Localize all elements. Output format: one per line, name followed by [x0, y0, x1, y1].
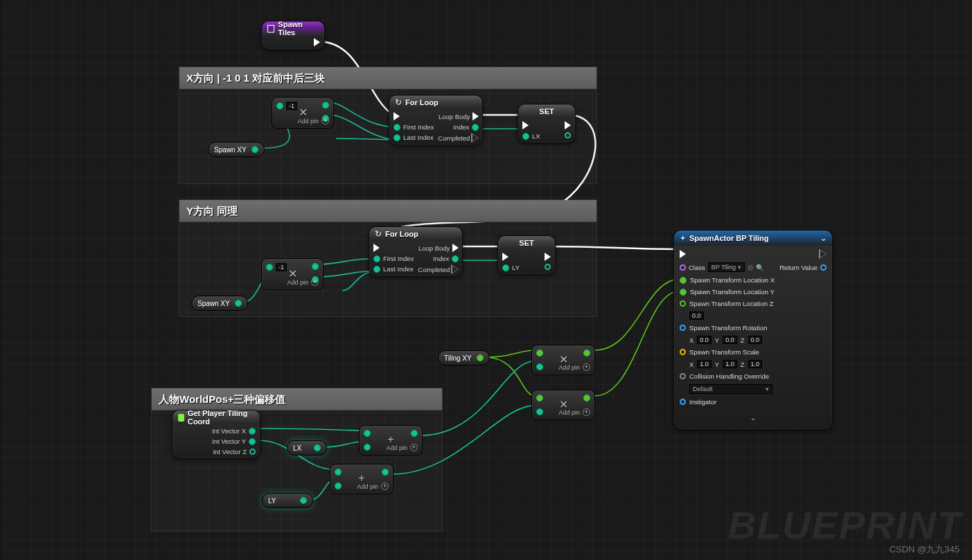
exec-out[interactable]: [820, 250, 827, 258]
var-spawnxy-label: Spawn XY: [214, 146, 247, 154]
pin-last[interactable]: [394, 134, 400, 141]
exec-in[interactable]: [522, 121, 529, 129]
val-sx[interactable]: 1.0: [697, 360, 712, 368]
node-makearray-y[interactable]: -1 ✕ Add pin+: [261, 258, 324, 290]
var-tilingxy[interactable]: Tiling XY: [438, 350, 490, 365]
addpin-icon[interactable]: +: [583, 363, 590, 371]
pin-instigator[interactable]: [680, 399, 686, 405]
val-sz[interactable]: 1.0: [748, 360, 763, 368]
pin-locz[interactable]: [680, 300, 686, 307]
exec-in[interactable]: [394, 112, 400, 120]
var-spawnxy-y[interactable]: Spawn XY: [191, 296, 248, 311]
exec-out[interactable]: [545, 253, 551, 261]
chevron-down-icon[interactable]: ⌄: [680, 413, 827, 422]
pin-out-1[interactable]: [312, 263, 319, 270]
pin-out[interactable]: [545, 264, 551, 270]
pin-out-1[interactable]: [322, 102, 329, 109]
addpin-icon[interactable]: +: [321, 117, 329, 125]
var-spawnxy-x[interactable]: Spawn XY: [208, 142, 265, 157]
expand-icon[interactable]: ⌄: [820, 234, 827, 243]
node-get-player-tiling[interactable]: Get Player Tiling Coord Int Vector X Int…: [172, 410, 260, 459]
comment-x-title[interactable]: X方向 | -1 0 1 对应前中后三块: [179, 67, 597, 89]
var-lx[interactable]: LX: [287, 440, 327, 455]
val-sy[interactable]: 1.0: [723, 360, 737, 368]
node-set-lx[interactable]: SET LX: [518, 104, 576, 143]
comment-y-title[interactable]: Y方向 同理: [179, 200, 597, 222]
pin-out[interactable]: [565, 132, 571, 138]
addpin-icon[interactable]: +: [381, 482, 389, 490]
exec-body[interactable]: [472, 112, 479, 120]
find-icon[interactable]: 🔍: [756, 264, 764, 271]
exec-in[interactable]: [373, 244, 380, 252]
pin-in-a[interactable]: [335, 469, 342, 476]
pin-out[interactable]: [583, 350, 590, 356]
exec-completed[interactable]: [452, 265, 459, 273]
pin-in[interactable]: [266, 264, 273, 271]
node-forloop-x[interactable]: ↻ For Loop First Index Last Index Loop B…: [389, 95, 483, 145]
pin-in-a[interactable]: [536, 350, 543, 356]
node-set-ly[interactable]: SET LY: [497, 235, 556, 275]
exec-body[interactable]: [452, 244, 459, 252]
node-makearray-x[interactable]: -1 ✕ Add pin+: [272, 97, 334, 129]
pin-in-a[interactable]: [364, 430, 371, 437]
node-add-1[interactable]: + Add pin+: [359, 425, 423, 455]
exec-in[interactable]: [680, 250, 686, 258]
pin-in-b[interactable]: [536, 363, 543, 370]
pin-last[interactable]: [373, 266, 380, 273]
node-add-2[interactable]: + Add pin+: [330, 464, 394, 494]
pin-class[interactable]: [680, 264, 686, 271]
coll-dropdown[interactable]: Default▾: [689, 384, 772, 394]
comment-w-title[interactable]: 人物WorldPos+三种偏移值: [152, 388, 442, 410]
addpin-icon[interactable]: +: [583, 408, 590, 416]
val-rx[interactable]: 0.0: [697, 336, 712, 344]
val-neg1[interactable]: -1: [286, 102, 297, 110]
exec-in[interactable]: [502, 253, 509, 261]
pin-first[interactable]: [373, 255, 380, 262]
pin-in-a[interactable]: [536, 395, 543, 401]
val-neg1[interactable]: -1: [276, 263, 287, 271]
class-dropdown[interactable]: BP Tiling ▾: [708, 262, 745, 272]
pin-ivz[interactable]: [249, 449, 256, 455]
pin-out[interactable]: [411, 430, 418, 437]
pin-ivy[interactable]: [249, 438, 256, 445]
pin-in-b[interactable]: [364, 444, 371, 451]
pin-index[interactable]: [472, 124, 479, 131]
pin-ly[interactable]: [502, 264, 509, 271]
var-ly[interactable]: LY: [262, 493, 313, 508]
node-multiply-1[interactable]: ✕ Add pin+: [531, 345, 595, 375]
val-ry[interactable]: 0.0: [723, 336, 737, 344]
pin-retval[interactable]: [820, 264, 827, 271]
node-spawn-tiles[interactable]: Spawn Tiles: [261, 21, 325, 50]
pin-in-b[interactable]: [335, 482, 342, 489]
pin-out[interactable]: [583, 395, 590, 401]
pin-out[interactable]: [477, 354, 484, 361]
pin-out[interactable]: [235, 300, 242, 307]
exec-out[interactable]: [314, 38, 320, 46]
exec-out[interactable]: [565, 121, 571, 129]
pin-rot[interactable]: [680, 325, 686, 331]
pin-in[interactable]: [276, 102, 283, 109]
val-rz[interactable]: 0.0: [748, 336, 763, 344]
addpin-icon[interactable]: +: [311, 278, 319, 286]
pin-first[interactable]: [394, 124, 400, 131]
pin-ivx[interactable]: [249, 428, 256, 435]
exec-completed[interactable]: [472, 134, 479, 142]
addpin-icon[interactable]: +: [410, 444, 418, 451]
pin-locx[interactable]: [680, 277, 687, 284]
pin-index[interactable]: [452, 255, 459, 262]
val-locz[interactable]: 0.0: [689, 311, 704, 320]
node-forloop-y[interactable]: ↻ For Loop First Index Last Index Loop B…: [369, 226, 463, 277]
pin-in-b[interactable]: [536, 408, 543, 415]
lbl-retval: Return Value: [779, 264, 818, 271]
pin-out[interactable]: [314, 444, 321, 451]
pin-out[interactable]: [300, 497, 307, 504]
node-multiply-2[interactable]: ✕ Add pin+: [531, 390, 595, 420]
pin-locy[interactable]: [680, 289, 687, 296]
pin-lx[interactable]: [522, 133, 529, 140]
pin-coll[interactable]: [680, 373, 686, 379]
node-spawnactor[interactable]: ✦ SpawnActor BP Tiling ⌄ Class BP Tiling…: [673, 230, 833, 430]
browse-icon[interactable]: ⊙: [748, 264, 753, 271]
pin-out[interactable]: [251, 146, 258, 153]
pin-scale[interactable]: [680, 349, 686, 355]
pin-out[interactable]: [382, 469, 389, 476]
